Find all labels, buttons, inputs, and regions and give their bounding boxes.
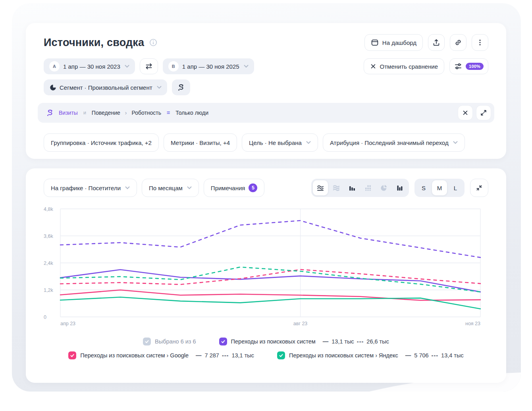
legend-item-search-engines[interactable]: Переходы из поисковых систем — 13,1 тыс … [219, 338, 389, 345]
sliders-icon [454, 62, 462, 70]
size-m-button[interactable]: M [432, 180, 447, 195]
filter-attribute2[interactable]: Роботность [131, 110, 161, 116]
collapse-icon [476, 184, 483, 191]
export-button[interactable] [428, 34, 445, 51]
svg-text:2,4k: 2,4k [44, 260, 53, 266]
svg-text:4,8k: 4,8k [44, 206, 53, 212]
svg-text:ноя 23: ноя 23 [465, 321, 480, 326]
dashed-line-marker: --- [432, 352, 439, 359]
chart-type-stacked-area[interactable] [329, 180, 344, 195]
legend-select-all[interactable]: Выбрано 6 из 6 [143, 338, 196, 345]
segment-icon [177, 83, 185, 91]
collapse-chart-button[interactable] [470, 179, 488, 197]
page-title: Источники, сводка [44, 37, 144, 49]
histogram-icon [396, 184, 404, 192]
upload-icon [432, 39, 440, 46]
chart-type-columns[interactable] [392, 180, 407, 195]
chevron-down-icon [306, 141, 311, 144]
kebab-icon [476, 39, 484, 46]
checkbox-icon [277, 351, 285, 359]
segment-selector[interactable]: Сегмент · Произвольный сегмент [44, 79, 167, 95]
solid-line-marker: — [196, 352, 202, 359]
svg-text:авг 23: авг 23 [293, 321, 308, 326]
filter-value[interactable]: Только люди [175, 110, 208, 116]
svg-text:0: 0 [44, 315, 46, 320]
filter-metric[interactable]: Визиты [59, 110, 78, 116]
bar-chart-icon [348, 184, 356, 192]
close-icon [462, 110, 468, 116]
solid-value: 5 706 [414, 352, 428, 359]
notes-count-badge: 5 [249, 183, 257, 192]
stacked-bar-icon [364, 184, 372, 192]
expand-icon [480, 109, 487, 116]
legend-item-yandex[interactable]: Переходы из поисковых систем › Яндекс — … [277, 351, 464, 359]
solid-line-marker: — [323, 338, 329, 345]
chevron-down-icon [157, 86, 162, 89]
chart-type-stacked-bars[interactable] [360, 180, 376, 195]
period-b-badge: B [168, 61, 179, 71]
chart-type-pie[interactable] [376, 180, 391, 195]
chart-legend: Выбрано 6 из 6 Переходы из поисковых сис… [26, 338, 506, 359]
solid-line-marker: — [405, 352, 412, 359]
dashed-value: 13,4 тыс [441, 352, 464, 359]
chevron-down-icon [125, 65, 129, 68]
chevron-down-icon [125, 186, 130, 189]
chart-size-toggle: S M L [414, 179, 465, 197]
notes-button[interactable]: Примечания 5 [204, 179, 265, 197]
solid-value: 7 287 [205, 352, 219, 359]
expand-filter-button[interactable] [476, 105, 491, 120]
line-chart-icon [316, 184, 324, 192]
info-icon[interactable] [149, 38, 158, 47]
metrics-chip[interactable]: Метрики · Визиты, +4 [164, 133, 237, 152]
chevron-down-icon [187, 186, 192, 189]
attribution-chip[interactable]: Атрибуция · Последний значимый переход [323, 133, 465, 152]
stacked-area-icon [332, 184, 340, 192]
pie-icon [49, 84, 57, 91]
size-l-button[interactable]: L [448, 180, 463, 195]
svg-text:3,6k: 3,6k [44, 233, 53, 239]
report-header-card: Источники, сводка На дашборд [26, 23, 506, 159]
line-chart[interactable]: 01,2k2,4k3,6k4,8kапр 23авг 23ноя 23 [44, 204, 488, 330]
chart-type-toggle [311, 179, 409, 197]
filter-attribute[interactable]: Поведение [92, 110, 120, 116]
grouping-chip[interactable]: Группировка · Источник трафика, +2 [44, 133, 159, 152]
segment-builder-button[interactable] [172, 79, 190, 95]
period-b-selector[interactable]: B 1 апр — 30 ноя 2025 [163, 58, 254, 74]
filter-operator: = [167, 110, 170, 116]
dashed-line-marker: --- [222, 352, 229, 359]
chart-type-line[interactable] [313, 180, 328, 195]
svg-text:апр 23: апр 23 [60, 321, 75, 326]
copy-link-button[interactable] [450, 34, 466, 51]
svg-text:1,2k: 1,2k [44, 288, 53, 293]
swap-icon [145, 62, 153, 70]
close-icon [370, 63, 376, 69]
chart-type-bars[interactable] [345, 180, 360, 195]
checkbox-icon [68, 351, 76, 359]
swap-periods-button[interactable] [140, 58, 158, 74]
chart-card: На графике · Посетители По месяцам Приме… [26, 168, 506, 383]
period-a-badge: A [49, 61, 60, 71]
dashed-value: 26,6 тыс [366, 338, 389, 345]
more-menu-button[interactable] [472, 34, 488, 51]
checkbox-icon [143, 338, 151, 345]
size-s-button[interactable]: S [416, 180, 431, 195]
checkbox-icon [219, 338, 227, 345]
segment-icon [46, 109, 54, 117]
remove-filter-button[interactable] [458, 105, 473, 120]
sampling-button[interactable]: 100% [449, 58, 488, 74]
chevron-down-icon [453, 141, 458, 144]
granularity-selector[interactable]: По месяцам [142, 179, 199, 197]
dashed-value: 13,1 тыс [231, 352, 254, 359]
pie-chart-icon [380, 184, 388, 192]
filter-conjunction: и [83, 110, 86, 116]
active-filter-bar: Визиты и Поведение › Роботность = Только… [38, 103, 494, 123]
cancel-compare-button[interactable]: Отменить сравнение [364, 58, 445, 74]
goal-chip[interactable]: Цель · Не выбрана [242, 133, 318, 152]
period-a-selector[interactable]: A 1 апр — 30 ноя 2023 [44, 58, 135, 74]
filter-separator: › [125, 110, 127, 116]
legend-item-google[interactable]: Переходы из поисковых систем › Google — … [68, 351, 254, 359]
on-chart-selector[interactable]: На графике · Посетители [44, 179, 137, 197]
dashed-line-marker: --- [357, 338, 364, 345]
to-dashboard-button[interactable]: На дашборд [364, 34, 423, 51]
screenshot-root: Источники, сводка На дашборд [0, 0, 532, 411]
